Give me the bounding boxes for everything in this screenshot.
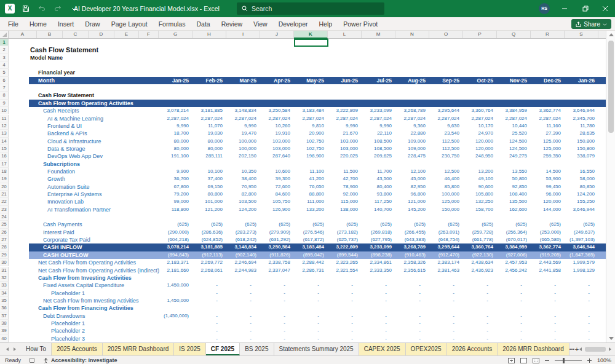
cell[interactable]: 72,600 [260, 183, 294, 191]
cell[interactable]: (290,000) [159, 229, 192, 236]
cell[interactable]: 46,400 [429, 175, 463, 183]
cell[interactable]: - [294, 290, 328, 297]
cell[interactable]: 2,338,758 [260, 259, 294, 266]
cell[interactable]: 3,222,809 [328, 243, 362, 251]
row-number[interactable]: 12 [0, 122, 9, 130]
cell[interactable]: 115,000 [328, 198, 362, 205]
cell[interactable]: 133,200 [294, 206, 328, 213]
sheet-tab-how-to[interactable]: How To [21, 343, 52, 355]
cell[interactable]: (627,795) [362, 236, 395, 243]
cell[interactable]: 121,200 [192, 206, 226, 213]
cell[interactable]: 25,520 [497, 130, 531, 137]
cell[interactable]: 53,900 [531, 175, 565, 183]
cell[interactable]: 96,000 [531, 191, 565, 198]
cell[interactable]: (625) [497, 221, 531, 228]
cell[interactable]: 105,750 [260, 198, 294, 205]
cell[interactable]: 36,700 [159, 175, 192, 183]
cell[interactable]: 125,000 [531, 138, 565, 145]
cell[interactable]: Jan-25 [159, 77, 192, 84]
row-number[interactable]: 24 [0, 213, 9, 221]
cell[interactable]: - [362, 297, 395, 304]
row-number[interactable]: 7 [0, 84, 9, 92]
cell[interactable]: 19,470 [226, 130, 260, 137]
accessibility-status[interactable]: Accessibility: Investigate [43, 357, 117, 363]
cell[interactable]: 259,350 [531, 152, 565, 160]
cell[interactable]: (625) [328, 221, 362, 228]
cell[interactable]: 105,800 [463, 191, 497, 198]
cell[interactable]: - [463, 282, 497, 289]
ribbon-tab-draw[interactable]: Draw [79, 17, 106, 31]
cell[interactable]: - [463, 290, 497, 297]
cell[interactable]: (899,544) [328, 251, 362, 259]
row-number[interactable]: 30 [0, 259, 9, 266]
cell[interactable]: 125,000 [531, 145, 565, 152]
cell[interactable]: 150,000 [429, 206, 463, 213]
cell[interactable]: 3,384,959 [497, 243, 531, 251]
cell[interactable]: - [497, 335, 531, 342]
column-header-S[interactable]: S [565, 31, 598, 38]
row-number[interactable]: 28 [0, 243, 9, 251]
row-label-cell[interactable]: Fixed Assets Capital Expenditure [43, 282, 124, 289]
cell[interactable]: 90,600 [463, 183, 497, 191]
cell[interactable]: 20,900 [294, 130, 328, 137]
cell[interactable]: 3,183,484 [294, 243, 328, 251]
horizontal-scrollbar[interactable] [579, 343, 615, 355]
cell[interactable]: 3,360,764 [463, 107, 497, 114]
cell[interactable]: 108,500 [362, 145, 395, 152]
cell[interactable]: 11,100 [294, 168, 328, 175]
column-header-K[interactable]: K [294, 31, 328, 39]
cell[interactable]: 11,700 [362, 168, 395, 175]
minimize-button[interactable] [555, 0, 574, 17]
cell[interactable]: - [463, 320, 497, 327]
cell[interactable]: 67,800 [159, 183, 192, 191]
cell[interactable]: 3,268,789 [395, 107, 429, 114]
scroll-left-icon[interactable] [579, 347, 582, 351]
column-header-J[interactable]: J [260, 31, 294, 38]
search-box[interactable]: Search [237, 2, 384, 15]
cell[interactable]: - [463, 335, 497, 342]
cell[interactable]: (625) [159, 221, 192, 228]
cell[interactable]: 108,500 [362, 138, 395, 145]
cell[interactable]: 82,950 [395, 183, 429, 191]
row-number[interactable]: 6 [0, 77, 9, 84]
cell[interactable]: 124,500 [497, 138, 531, 145]
row-number[interactable]: 17 [0, 160, 9, 168]
sheet-tab-2025-mrr-dashboard[interactable]: 2025 MRR Dashboard [103, 343, 175, 355]
cell[interactable]: (1,450,000) [159, 312, 192, 320]
cell[interactable]: - [463, 297, 497, 304]
cell[interactable]: (912,113) [192, 251, 226, 259]
cell[interactable]: 9,990 [362, 122, 395, 130]
cell[interactable]: - [531, 297, 565, 304]
cell[interactable]: - [429, 312, 463, 320]
cell[interactable]: - [226, 335, 260, 342]
cell[interactable]: 3,250,584 [260, 243, 294, 251]
cell[interactable]: 10,260 [260, 122, 294, 130]
ribbon-tab-data[interactable]: Data [191, 17, 215, 31]
column-header-D[interactable]: D [89, 31, 114, 38]
cell[interactable]: 2,436,923 [463, 267, 497, 274]
cell[interactable]: 2,268,061 [192, 267, 226, 274]
cell[interactable]: 78,900 [328, 183, 362, 191]
cell[interactable]: 3,078,214 [159, 243, 192, 251]
cell[interactable]: (625) [226, 221, 260, 228]
cell[interactable]: 112,500 [429, 145, 463, 152]
cell[interactable]: 3,384,959 [497, 107, 531, 114]
row-number[interactable]: 22 [0, 198, 9, 205]
cell[interactable]: 3,250,584 [260, 107, 294, 114]
row-number[interactable]: 36 [0, 304, 9, 312]
cell[interactable]: (902,140) [226, 251, 260, 259]
row-number[interactable]: 3 [0, 54, 9, 61]
cell[interactable]: (927,006) [497, 251, 531, 259]
cell[interactable]: - [362, 282, 395, 289]
row-number[interactable]: 5 [0, 69, 9, 76]
cell[interactable]: 14,500 [531, 168, 565, 175]
row-label-cell[interactable]: Net Cash Flow from Investing Activities [43, 297, 139, 304]
excel-app-icon[interactable]: X [5, 4, 15, 14]
cell[interactable]: 155,250 [565, 198, 598, 205]
cell[interactable]: 228,475 [395, 152, 429, 160]
cell[interactable]: 3,222,809 [328, 107, 362, 114]
cell[interactable]: - [226, 312, 260, 320]
cell[interactable]: May-25 [294, 77, 328, 84]
cell[interactable]: 80,850 [565, 183, 598, 191]
cell[interactable]: 80,000 [192, 138, 226, 145]
